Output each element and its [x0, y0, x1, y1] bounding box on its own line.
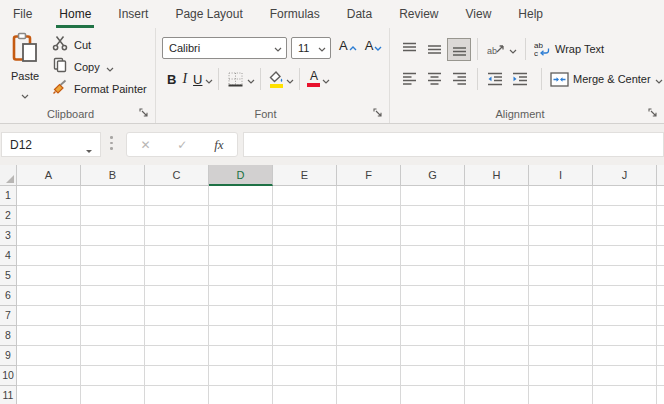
- cell-E10[interactable]: [273, 366, 337, 386]
- cell-C7[interactable]: [145, 306, 209, 326]
- cell-A4[interactable]: [17, 246, 81, 266]
- cell-D5[interactable]: [209, 266, 273, 286]
- row-header-10[interactable]: 10: [0, 366, 17, 386]
- cell-C2[interactable]: [145, 206, 209, 226]
- cell-D10[interactable]: [209, 366, 273, 386]
- wrap-text-button[interactable]: ab c Wrap Text: [534, 41, 604, 57]
- cell-B5[interactable]: [81, 266, 145, 286]
- row-header-1[interactable]: 1: [0, 186, 17, 206]
- cell-C4[interactable]: [145, 246, 209, 266]
- cell-B6[interactable]: [81, 286, 145, 306]
- cell-D7[interactable]: [209, 306, 273, 326]
- decrease-font-size-button[interactable]: A: [365, 38, 383, 58]
- italic-button[interactable]: I: [179, 68, 190, 90]
- cell-F5[interactable]: [337, 266, 401, 286]
- cell-H8[interactable]: [465, 326, 529, 346]
- cell-J11[interactable]: [593, 386, 657, 404]
- insert-function-icon[interactable]: fx: [214, 137, 223, 153]
- cell-A8[interactable]: [17, 326, 81, 346]
- borders-button[interactable]: [224, 68, 247, 90]
- cell-I2[interactable]: [529, 206, 593, 226]
- cell-A6[interactable]: [17, 286, 81, 306]
- cell-J8[interactable]: [593, 326, 657, 346]
- column-header-D[interactable]: D: [209, 165, 273, 186]
- column-header-C[interactable]: C: [145, 165, 209, 186]
- tab-formulas[interactable]: Formulas: [270, 0, 320, 28]
- cell-G10[interactable]: [401, 366, 465, 386]
- tab-review[interactable]: Review: [399, 0, 438, 28]
- select-all-corner[interactable]: [0, 165, 17, 186]
- cell-H1[interactable]: [465, 186, 529, 206]
- borders-chevron-icon[interactable]: [247, 70, 255, 88]
- cell-H5[interactable]: [465, 266, 529, 286]
- row-header-6[interactable]: 6: [0, 286, 17, 306]
- cell-D3[interactable]: [209, 226, 273, 246]
- row-header-4[interactable]: 4: [0, 246, 17, 266]
- cell-F11[interactable]: [337, 386, 401, 404]
- cell-G1[interactable]: [401, 186, 465, 206]
- underline-chevron-icon[interactable]: [205, 70, 213, 88]
- cell-F4[interactable]: [337, 246, 401, 266]
- cell-C1[interactable]: [145, 186, 209, 206]
- cell-J1[interactable]: [593, 186, 657, 206]
- cell-C9[interactable]: [145, 346, 209, 366]
- cell-A2[interactable]: [17, 206, 81, 226]
- cell-D1[interactable]: [209, 186, 273, 206]
- cell-J2[interactable]: [593, 206, 657, 226]
- cell-C6[interactable]: [145, 286, 209, 306]
- cell-I11[interactable]: [529, 386, 593, 404]
- cut-button[interactable]: Cut: [52, 35, 91, 55]
- formula-bar-grip[interactable]: [110, 136, 113, 150]
- cell-C10[interactable]: [145, 366, 209, 386]
- cell-F8[interactable]: [337, 326, 401, 346]
- decrease-indent-button[interactable]: [483, 68, 507, 91]
- orientation-button[interactable]: ab: [487, 40, 517, 58]
- cell-B4[interactable]: [81, 246, 145, 266]
- tab-data[interactable]: Data: [347, 0, 372, 28]
- column-header-E[interactable]: E: [273, 165, 337, 186]
- row-header-8[interactable]: 8: [0, 326, 17, 346]
- cell-J7[interactable]: [593, 306, 657, 326]
- cell-H7[interactable]: [465, 306, 529, 326]
- font-size-select[interactable]: 11: [291, 37, 331, 59]
- row-header-11[interactable]: 11: [0, 386, 17, 404]
- cell-I8[interactable]: [529, 326, 593, 346]
- cell-I7[interactable]: [529, 306, 593, 326]
- cell-B2[interactable]: [81, 206, 145, 226]
- cell-F9[interactable]: [337, 346, 401, 366]
- cell-G7[interactable]: [401, 306, 465, 326]
- paste-button[interactable]: Paste: [3, 32, 47, 110]
- column-header-H[interactable]: H: [465, 165, 529, 186]
- column-header-B[interactable]: B: [81, 165, 145, 186]
- cell-J5[interactable]: [593, 266, 657, 286]
- cell-A5[interactable]: [17, 266, 81, 286]
- column-header-G[interactable]: G: [401, 165, 465, 186]
- row-header-5[interactable]: 5: [0, 266, 17, 286]
- tab-view[interactable]: View: [466, 0, 492, 28]
- font-dialog-launcher[interactable]: [372, 107, 384, 119]
- cell-J10[interactable]: [593, 366, 657, 386]
- cell-G5[interactable]: [401, 266, 465, 286]
- cell-E11[interactable]: [273, 386, 337, 404]
- cell-D9[interactable]: [209, 346, 273, 366]
- column-header-J[interactable]: J: [593, 165, 657, 186]
- underline-button[interactable]: U: [190, 68, 205, 90]
- bottom-align-button[interactable]: [447, 38, 471, 61]
- cell-E2[interactable]: [273, 206, 337, 226]
- cell-H10[interactable]: [465, 366, 529, 386]
- cell-C11[interactable]: [145, 386, 209, 404]
- row-header-7[interactable]: 7: [0, 306, 17, 326]
- cell-E5[interactable]: [273, 266, 337, 286]
- cell-E6[interactable]: [273, 286, 337, 306]
- cell-B11[interactable]: [81, 386, 145, 404]
- font-name-select[interactable]: Calibri: [162, 37, 287, 59]
- tab-home[interactable]: Home: [59, 0, 91, 28]
- cell-H3[interactable]: [465, 226, 529, 246]
- cell-C5[interactable]: [145, 266, 209, 286]
- cell-B3[interactable]: [81, 226, 145, 246]
- font-color-chevron-icon[interactable]: [322, 70, 330, 88]
- cell-G3[interactable]: [401, 226, 465, 246]
- cell-A11[interactable]: [17, 386, 81, 404]
- cell-J4[interactable]: [593, 246, 657, 266]
- tab-insert[interactable]: Insert: [118, 0, 148, 28]
